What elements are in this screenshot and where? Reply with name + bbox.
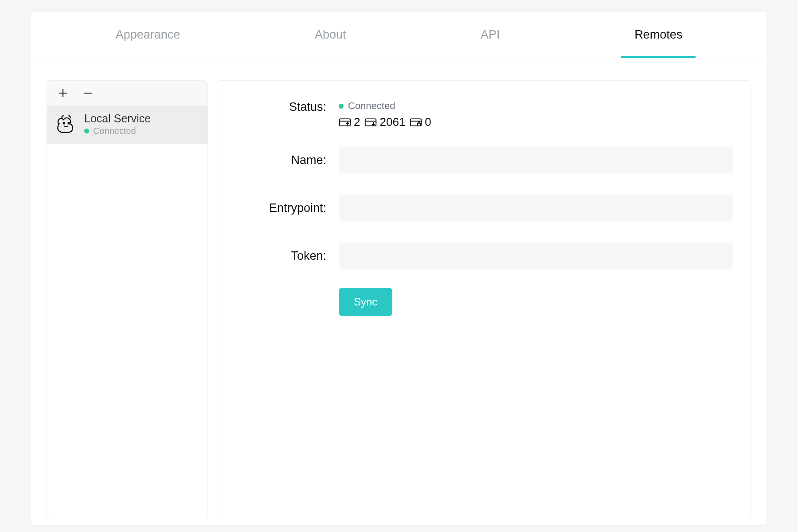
stats-line: 2 2061 0 — [339, 115, 733, 129]
token-input[interactable] — [339, 243, 733, 269]
remove-remote-button[interactable] — [82, 87, 94, 99]
row-name: Name: — [234, 147, 733, 173]
remotes-sidebar: Local Service Connected — [47, 80, 208, 519]
minus-icon — [83, 88, 93, 98]
label-name: Name: — [234, 153, 339, 167]
remote-item-name: Local Service — [84, 112, 151, 125]
stat-uploaded-value: 2 — [354, 115, 360, 129]
status-text: Connected — [348, 100, 395, 112]
sidebar-toolbar — [47, 81, 207, 106]
label-status: Status: — [234, 100, 339, 114]
service-icon — [55, 113, 77, 135]
upload-card-icon — [339, 117, 351, 127]
stat-locked: 0 — [410, 115, 431, 129]
row-sync: Sync — [234, 288, 733, 316]
locked-card-icon — [410, 117, 422, 127]
stat-downloaded: 2061 — [364, 115, 405, 129]
tab-appearance[interactable]: Appearance — [111, 12, 185, 58]
sync-button[interactable]: Sync — [339, 288, 392, 316]
plus-icon — [58, 88, 68, 98]
entrypoint-input[interactable] — [339, 195, 733, 221]
remote-list-item[interactable]: Local Service Connected — [47, 106, 207, 144]
stat-downloaded-value: 2061 — [379, 115, 405, 129]
svg-rect-11 — [418, 123, 421, 125]
status-dot-icon — [84, 129, 89, 133]
tab-api[interactable]: API — [476, 12, 505, 58]
tab-remotes[interactable]: Remotes — [630, 12, 687, 58]
download-card-icon — [364, 117, 377, 127]
row-token: Token: — [234, 243, 733, 269]
settings-card: Appearance About API Remotes — [30, 12, 768, 526]
row-entrypoint: Entrypoint: — [234, 195, 733, 221]
svg-rect-5 — [340, 119, 351, 126]
remote-item-status-row: Connected — [84, 126, 151, 136]
stat-uploaded: 2 — [339, 115, 360, 129]
svg-point-4 — [68, 122, 70, 124]
remote-item-status: Connected — [93, 126, 136, 136]
row-status: Status: Connected 2 2061 — [234, 100, 733, 129]
content-row: Local Service Connected Status: Connecte… — [31, 58, 767, 519]
label-entrypoint: Entrypoint: — [234, 201, 339, 215]
status-value-column: Connected 2 2061 0 — [339, 100, 733, 129]
tab-about[interactable]: About — [310, 12, 351, 58]
tabbar: Appearance About API Remotes — [31, 12, 767, 58]
remote-item-texts: Local Service Connected — [84, 112, 151, 136]
name-input[interactable] — [339, 147, 733, 173]
remote-detail-panel: Status: Connected 2 2061 — [216, 80, 751, 519]
status-line: Connected — [339, 100, 733, 112]
add-remote-button[interactable] — [57, 87, 69, 99]
label-token: Token: — [234, 249, 339, 263]
stat-locked-value: 0 — [425, 115, 431, 129]
status-dot-icon — [339, 104, 344, 109]
svg-point-3 — [63, 122, 65, 124]
